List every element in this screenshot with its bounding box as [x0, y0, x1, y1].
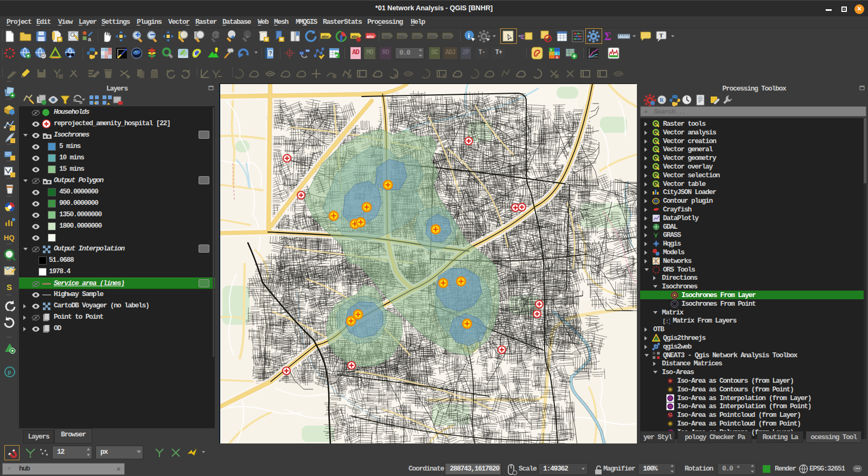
svg-text:Σ: Σ	[604, 30, 611, 42]
svg-text:S: S	[550, 48, 552, 52]
svg-text:S: S	[7, 282, 12, 292]
svg-text:abc: abc	[444, 34, 451, 39]
svg-text:a: a	[88, 36, 92, 42]
svg-text:abc: abc	[322, 34, 329, 39]
svg-text:?: ?	[269, 50, 272, 56]
svg-text:abc: abc	[429, 34, 436, 39]
svg-text:abc: abc	[383, 34, 391, 39]
svg-text:abc: abc	[367, 34, 374, 39]
svg-text:[:]: [:]	[662, 318, 670, 325]
svg-text:p: p	[8, 369, 11, 376]
svg-text:D: D	[556, 56, 558, 60]
svg-text:abc: abc	[398, 34, 406, 39]
svg-text:T: T	[659, 32, 663, 38]
svg-text:HQ: HQ	[4, 234, 15, 242]
svg-text:L: L	[556, 52, 558, 56]
svg-text:abc: abc	[413, 34, 421, 39]
svg-text:1:1: 1:1	[214, 34, 220, 37]
svg-text:R: R	[660, 97, 664, 103]
